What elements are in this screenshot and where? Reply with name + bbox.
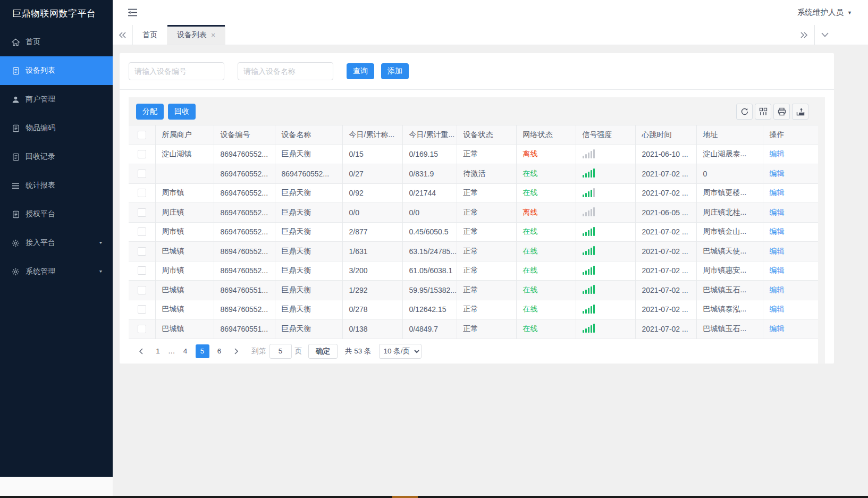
merchant-cell: 周市镇 [155,183,214,203]
tab-1[interactable]: 首页 [133,25,167,45]
row-checkbox[interactable] [138,325,146,333]
page-number-6[interactable]: 6 [213,344,226,358]
export-icon [796,107,805,116]
operation-cell: 编辑 [763,319,818,339]
sidebar-bottom-gap [0,477,113,496]
today-weight-cell: 0/831.9 [402,164,457,184]
device-no-input[interactable] [129,62,224,80]
edit-link[interactable]: 编辑 [770,285,785,294]
row-checkbox[interactable] [138,305,146,314]
network-status-badge: 在线 [523,266,538,274]
device-no-cell: 8694760552... [214,164,275,184]
heartbeat-cell: 2021-07-02 ... [635,281,696,300]
column-header: 设备状态 [457,125,516,145]
row-checkbox[interactable] [138,266,146,275]
signal-strength-icon [583,246,595,255]
signal-cell [576,183,635,203]
row-checkbox[interactable] [138,170,146,178]
device-name-input[interactable] [238,62,333,80]
edit-link[interactable]: 编辑 [770,247,785,255]
edit-link[interactable]: 编辑 [770,188,785,197]
edit-link[interactable]: 编辑 [770,149,785,158]
user-menu[interactable]: 系统维护人员 ▼ [797,7,852,18]
heartbeat-cell: 2021-06-10 ... [635,145,696,164]
row-checkbox[interactable] [138,189,146,197]
sidebar-item-label: 回收记录 [26,152,55,162]
print-icon [778,107,786,116]
sidebar-item-1[interactable]: 首页 [0,28,113,56]
table-toolbar: 分配 回收 [129,97,825,125]
sidebar: 巨鼎物联网数字平台 首页设备列表商户管理物品编码回收记录统计报表授权平台接入平台… [0,0,113,477]
sidebar-item-6[interactable]: 统计报表 [0,171,113,200]
column-header: 设备编号 [214,125,275,145]
network-status-cell: 离线 [516,145,576,164]
columns-button[interactable] [755,104,771,120]
sidebar-item-8[interactable]: 接入平台▼ [0,229,113,257]
network-status-badge: 离线 [523,149,538,158]
device-status-cell: 正常 [457,145,516,164]
document-icon [11,153,20,162]
operation-cell: 编辑 [763,281,818,300]
sidebar-item-9[interactable]: 系统管理▼ [0,257,113,286]
device-no-cell: 8694760551... [214,281,275,300]
tabbar-right-pad [835,25,868,45]
sidebar-item-3[interactable]: 商户管理 [0,85,113,114]
list-icon [11,181,20,190]
device-status-cell: 正常 [457,242,516,261]
tabbar: 首页设备列表× [113,25,868,45]
device-name-cell: 巨鼎天衡 [275,183,342,203]
edit-link[interactable]: 编辑 [770,227,785,235]
device-status-cell: 正常 [457,300,516,319]
edit-link[interactable]: 编辑 [770,208,785,216]
edit-link[interactable]: 编辑 [770,305,785,313]
column-header: 所属商户 [155,125,214,145]
table-row: 周市镇8694760552...巨鼎天衡3/20061.05/6038.1正常在… [129,261,818,281]
heartbeat-cell: 2021-07-02 ... [635,261,696,281]
today-count-cell: 0/0 [342,203,402,223]
signal-cell [576,261,635,281]
device-status-cell: 正常 [457,319,516,339]
merchant-cell: 淀山湖镇 [155,145,214,164]
add-button[interactable]: 添加 [381,63,409,79]
table-row: 巴城镇8694760552...巨鼎天衡1/63163.15/24785...正… [129,242,818,261]
page-size-select[interactable]: 10 条/页 [379,344,422,359]
device-table: 所属商户设备编号设备名称今日/累计称...今日/累计重...设备状态网络状态信号… [129,125,818,339]
table-row: 巴城镇8694760551...巨鼎天衡0/1380/4849.7正常在线202… [129,319,818,339]
row-checkbox[interactable] [138,227,146,236]
row-checkbox[interactable] [138,286,146,294]
edit-link[interactable]: 编辑 [770,324,785,333]
prev-page-button[interactable] [134,344,148,358]
today-count-cell: 0/15 [342,145,402,164]
row-checkbox[interactable] [138,247,146,256]
goto-confirm-button[interactable]: 确定 [308,344,338,359]
sidebar-item-2[interactable]: 设备列表 [0,56,113,85]
network-status-cell: 在线 [516,261,576,281]
export-button[interactable] [792,104,808,120]
recycle-button[interactable]: 回收 [168,104,196,120]
tabs-scroll-left-button[interactable] [113,25,133,45]
print-button[interactable] [773,104,790,120]
tab-2[interactable]: 设备列表× [167,25,225,45]
next-page-button[interactable] [230,344,243,358]
row-checkbox[interactable] [138,208,146,217]
assign-button[interactable]: 分配 [136,104,164,120]
edit-link[interactable]: 编辑 [770,169,785,178]
menu-fold-icon[interactable] [128,8,138,17]
edit-link[interactable]: 编辑 [770,266,785,274]
refresh-button[interactable] [736,104,753,120]
tabs-menu-button[interactable] [814,25,835,45]
row-checkbox[interactable] [138,150,146,158]
query-button[interactable]: 查询 [347,63,374,79]
sidebar-item-label: 设备列表 [26,66,55,75]
tabs-scroll-right-button[interactable] [794,25,814,45]
device-no-cell: 8694760551... [214,319,275,339]
page-number-1[interactable]: 1 [151,344,165,358]
page-number-5[interactable]: 5 [196,344,209,358]
page-number-4[interactable]: 4 [179,344,192,358]
goto-page-input[interactable] [269,344,292,359]
tab-close-icon[interactable]: × [211,31,215,39]
sidebar-item-5[interactable]: 回收记录 [0,142,113,171]
select-all-checkbox[interactable] [138,131,146,139]
sidebar-item-7[interactable]: 授权平台 [0,200,113,229]
sidebar-item-4[interactable]: 物品编码 [0,114,113,142]
